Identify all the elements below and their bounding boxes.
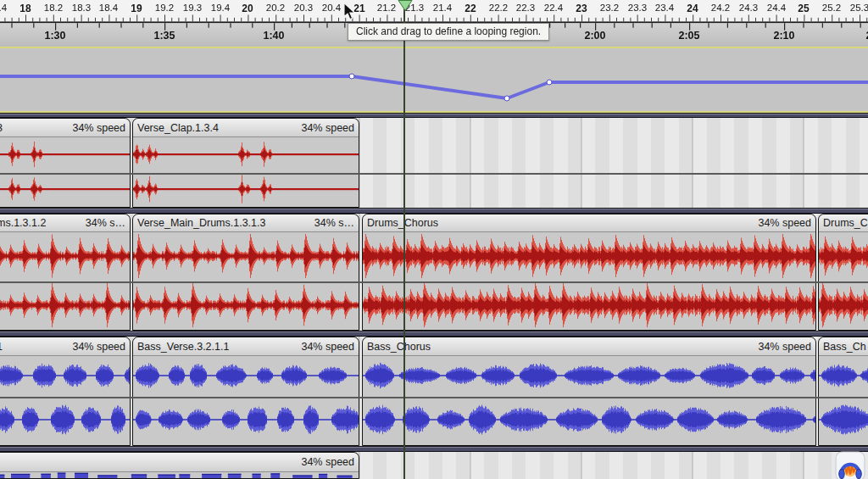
- clip-speed-label: 34% speed: [758, 217, 811, 229]
- beat-label: 21.4: [433, 3, 452, 13]
- envelope-control-point[interactable]: [349, 74, 354, 79]
- audacity-logo-icon: [835, 451, 865, 479]
- beat-label: 21.2: [377, 3, 396, 13]
- track-separator[interactable]: [0, 113, 868, 118]
- clip-title-bar[interactable]: 334% speed: [0, 119, 130, 137]
- track-separator[interactable]: [0, 446, 868, 452]
- bass-clip[interactable]: Bass_Ch: [818, 337, 868, 446]
- beat-label: 24: [687, 3, 698, 14]
- time-label: 1:35: [153, 30, 175, 42]
- clip-title-bar[interactable]: Verse_Clap.1.3.434% speed: [133, 119, 359, 137]
- clip-name: Verse_Clap.1.3.4: [137, 122, 219, 134]
- beat-label: 25.2: [822, 3, 841, 13]
- clap-track[interactable]: 334% speedVerse_Clap.1.3.434% speed: [0, 118, 868, 208]
- tooltip-text: Click and drag to define a looping regio…: [356, 25, 541, 37]
- bass-track[interactable]: 134% speedBass_Verse.3.2.1.134% speedBas…: [0, 337, 868, 446]
- channel-divider: [0, 397, 868, 398]
- beat-label: 23.3: [628, 3, 647, 13]
- clip-name: 3: [0, 122, 3, 134]
- focused-track-border-top: [0, 47, 868, 48]
- track-separator[interactable]: [0, 208, 868, 214]
- playhead-line: [403, 0, 405, 479]
- clip-name: Drums_C: [823, 217, 868, 229]
- beat-label: 23.2: [600, 3, 619, 13]
- bass-clip[interactable]: 134% speed: [0, 337, 131, 446]
- clip-speed-label: 34% speed: [301, 341, 354, 353]
- tooltip: Click and drag to define a looping regio…: [348, 23, 549, 41]
- beat-label: 17.4: [0, 3, 7, 13]
- envelope-time-track[interactable]: [0, 48, 868, 111]
- time-label: 1:30: [44, 30, 65, 42]
- time-label: 2:10: [773, 30, 794, 42]
- clip-title-bar[interactable]: 34% speed: [0, 453, 359, 472]
- clip-name: 1: [0, 341, 3, 353]
- beat-label: 25: [798, 3, 809, 14]
- drums-track[interactable]: ms.1.3.1.234% s…Verse_Main_Drums.1.3.1.3…: [0, 214, 868, 331]
- beat-label: 18.2: [44, 3, 63, 13]
- beat-label: 24.4: [767, 3, 786, 13]
- beat-label: 23.4: [655, 3, 674, 13]
- clip-title-bar[interactable]: Bass_Chorus34% speed: [363, 337, 815, 356]
- bass-clip[interactable]: Bass_Verse.3.2.1.134% speed: [132, 337, 359, 446]
- beat-label: 19.2: [155, 3, 174, 13]
- beat-label: 18: [19, 3, 31, 14]
- drums-clip[interactable]: Drums_C: [818, 214, 868, 331]
- clip-title-bar[interactable]: 134% speed: [0, 337, 130, 356]
- time-label: 1:40: [263, 30, 284, 42]
- beat-label: 24.3: [739, 3, 758, 13]
- beat-label: 22.4: [544, 3, 563, 13]
- waveform: [133, 356, 359, 445]
- waveform: [363, 356, 815, 445]
- waveform: [819, 356, 868, 445]
- beat-label: 25.3: [850, 3, 868, 13]
- clip-speed-label: 34% speed: [72, 341, 125, 353]
- beat-label: 23: [576, 3, 587, 14]
- beat-label: 19.4: [211, 3, 230, 13]
- clip-name: Verse_Main_Drums.1.3.1.3: [137, 217, 265, 229]
- beat-label: 19.3: [183, 3, 202, 13]
- channel-divider: [0, 281, 868, 283]
- beat-label: 18.3: [72, 3, 91, 13]
- clap-clip[interactable]: Verse_Clap.1.3.434% speed: [132, 118, 359, 208]
- beat-label: 22.2: [489, 3, 508, 13]
- clip-speed-label: 34% speed: [301, 456, 354, 468]
- waveform: [0, 356, 130, 445]
- bass-clip[interactable]: Bass_Chorus34% speed: [362, 337, 816, 446]
- bottom-clip[interactable]: 34% speed: [0, 452, 359, 479]
- beat-label: 20.2: [266, 3, 285, 13]
- clip-title-bar[interactable]: ms.1.3.1.234% s…: [0, 214, 130, 232]
- time-label: 2:05: [678, 30, 699, 42]
- beat-label: 24.2: [711, 3, 730, 13]
- clip-name: Drums_Chorus: [367, 217, 438, 229]
- clip-title-bar[interactable]: Verse_Main_Drums.1.3.1.334% s…: [133, 214, 359, 232]
- clip-name: Bass_Ch: [823, 341, 866, 353]
- clip-speed-label: 34% speed: [758, 341, 811, 353]
- clip-title-bar[interactable]: Drums_C: [819, 214, 868, 232]
- envelope-control-point[interactable]: [547, 80, 552, 85]
- envelope-control-point[interactable]: [504, 96, 509, 101]
- clap-clip[interactable]: 334% speed: [0, 118, 131, 208]
- clip-speed-label: 34% s…: [86, 217, 125, 229]
- track-separator[interactable]: [0, 331, 868, 337]
- time-label: 2:00: [584, 30, 605, 42]
- clip-title-bar[interactable]: Drums_Chorus34% speed: [363, 214, 815, 232]
- beat-label: 22: [465, 3, 476, 14]
- beat-label: 20: [242, 3, 253, 14]
- clip-speed-label: 34% speed: [72, 122, 125, 134]
- beat-label: 18.4: [99, 3, 118, 13]
- drums-clip[interactable]: Verse_Main_Drums.1.3.1.334% s…: [132, 214, 359, 331]
- clip-name: Bass_Chorus: [367, 341, 431, 353]
- channel-divider: [0, 173, 868, 175]
- clip-name: Bass_Verse.3.2.1.1: [137, 341, 229, 353]
- volume-envelope-line[interactable]: [0, 76, 868, 98]
- clip-speed-label: 34% s…: [314, 217, 354, 229]
- bottom-track[interactable]: 34% speed: [0, 452, 868, 479]
- drums-clip[interactable]: Drums_Chorus34% speed: [362, 214, 816, 331]
- clip-title-bar[interactable]: Bass_Verse.3.2.1.134% speed: [133, 337, 359, 356]
- clip-title-bar[interactable]: Bass_Ch: [819, 337, 868, 356]
- beat-label: 20.4: [322, 3, 341, 13]
- drums-clip[interactable]: ms.1.3.1.234% s…: [0, 214, 131, 331]
- playhead-triangle-icon[interactable]: [398, 0, 413, 12]
- waveform: [0, 472, 359, 478]
- beat-label: 19: [131, 3, 142, 14]
